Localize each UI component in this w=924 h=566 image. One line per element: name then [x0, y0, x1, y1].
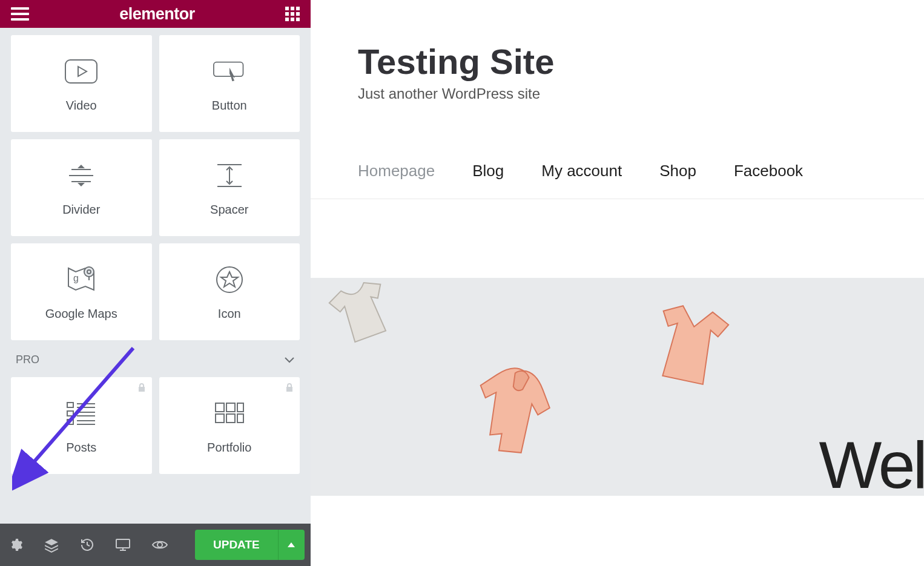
svg-rect-24 — [216, 414, 224, 423]
widget-label: Spacer — [210, 203, 248, 217]
portfolio-icon — [213, 397, 246, 430]
elementor-panel: elementor Video Button Divider — [0, 0, 311, 566]
lock-icon — [136, 382, 147, 395]
widget-google-maps[interactable]: g Google Maps — [11, 243, 152, 340]
svg-rect-23 — [237, 403, 243, 412]
elementor-logo: elementor — [119, 5, 195, 24]
svg-rect-12 — [67, 403, 73, 407]
video-icon — [65, 55, 97, 88]
divider-icon — [65, 159, 97, 192]
svg-rect-25 — [226, 414, 235, 423]
hero-strip: Wel — [311, 278, 924, 496]
nav-homepage[interactable]: Homepage — [358, 162, 435, 180]
widget-icon[interactable]: Icon — [159, 243, 300, 340]
svg-text:g: g — [73, 273, 79, 283]
hero-image-hoodie — [449, 350, 572, 472]
widget-label: Icon — [218, 307, 241, 321]
svg-point-8 — [84, 267, 94, 277]
site-nav: Homepage Blog My account Shop Facebook — [358, 162, 924, 180]
nav-divider — [311, 199, 924, 199]
svg-rect-15 — [67, 411, 73, 416]
star-icon — [213, 263, 246, 296]
maps-icon: g — [65, 263, 97, 296]
widget-posts[interactable]: Posts — [11, 377, 152, 474]
pro-section-label: PRO — [16, 354, 39, 366]
svg-rect-1 — [214, 62, 243, 76]
svg-rect-18 — [67, 420, 73, 424]
spacer-icon — [213, 159, 246, 192]
pro-widgets-grid: Posts Portfolio — [11, 377, 300, 474]
svg-rect-0 — [65, 60, 97, 83]
preview-icon[interactable] — [151, 533, 168, 556]
site-title: Testing Site — [358, 0, 924, 82]
panel-footer: UPDATE — [0, 524, 311, 566]
hero-heading-partial: Wel — [819, 426, 924, 496]
update-button[interactable]: UPDATE — [195, 530, 278, 560]
svg-rect-27 — [116, 539, 130, 548]
settings-icon[interactable] — [8, 533, 23, 556]
hero-image-shirt-grey — [314, 278, 411, 358]
widget-label: Button — [212, 99, 247, 113]
widget-divider[interactable]: Divider — [11, 139, 152, 236]
widget-label: Posts — [66, 441, 96, 455]
widget-video[interactable]: Video — [11, 35, 152, 132]
button-icon — [213, 55, 246, 88]
widgets-scroll-area[interactable]: Video Button Divider Spacer — [0, 28, 311, 524]
nav-my-account[interactable]: My account — [541, 162, 622, 180]
preview-area: Testing Site Just another WordPress site… — [311, 0, 924, 566]
svg-rect-22 — [226, 403, 235, 412]
widget-spacer[interactable]: Spacer — [159, 139, 300, 236]
nav-facebook[interactable]: Facebook — [734, 162, 803, 180]
panel-header: elementor — [0, 0, 311, 28]
widget-label: Video — [66, 99, 97, 113]
widget-label: Portfolio — [207, 441, 251, 455]
widget-portfolio[interactable]: Portfolio — [159, 377, 300, 474]
responsive-icon[interactable] — [115, 533, 131, 556]
history-icon[interactable] — [80, 533, 94, 556]
lock-icon — [284, 382, 295, 395]
hamburger-menu-icon[interactable] — [11, 7, 29, 21]
pro-section-header[interactable]: PRO — [11, 340, 300, 377]
widgets-grid: Video Button Divider Spacer — [11, 35, 300, 340]
posts-icon — [65, 397, 97, 430]
chevron-down-icon — [284, 354, 295, 366]
svg-point-30 — [157, 542, 162, 547]
grid-toggle-icon[interactable] — [285, 7, 300, 21]
nav-shop[interactable]: Shop — [659, 162, 696, 180]
navigator-icon[interactable] — [44, 533, 59, 556]
svg-rect-21 — [216, 403, 224, 412]
site-tagline: Just another WordPress site — [358, 85, 924, 102]
nav-blog[interactable]: Blog — [472, 162, 504, 180]
svg-rect-26 — [237, 414, 243, 423]
update-toggle-button[interactable] — [278, 530, 305, 560]
widget-button[interactable]: Button — [159, 35, 300, 132]
hero-image-vneck — [633, 293, 747, 402]
widget-label: Divider — [62, 203, 100, 217]
widget-label: Google Maps — [45, 307, 117, 321]
